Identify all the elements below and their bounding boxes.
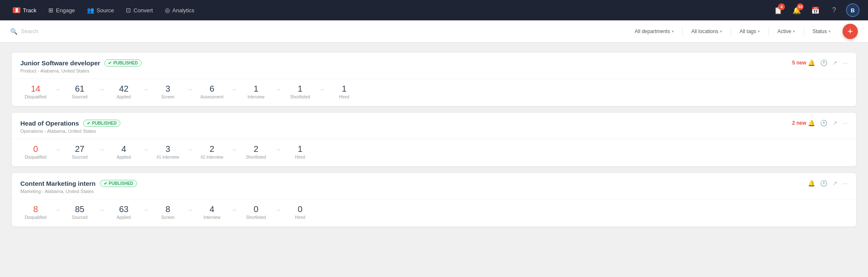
job-loc-2: Alabama, United States — [47, 129, 96, 134]
divider-1 — [682, 27, 683, 36]
search-wrap: 🔍 — [10, 28, 95, 35]
search-icon: 🔍 — [10, 28, 17, 35]
bell-icon-1: 🔔 — [808, 59, 815, 66]
stage-sourced-3[interactable]: 85Sourced — [63, 204, 97, 220]
chevron-down-icon4: ▾ — [793, 29, 795, 34]
stage-applied-2[interactable]: 4Applied — [107, 144, 141, 159]
stage-label-interview-3: Interview — [203, 215, 220, 220]
new-count-text-2: 2 new — [792, 120, 806, 126]
stage-screen-1[interactable]: 3Screen — [151, 84, 185, 99]
job-title-1[interactable]: Junior Software developer — [20, 59, 100, 67]
notifications-btn[interactable]: 🔔 33 — [790, 3, 804, 17]
arrow-icon: → — [275, 206, 281, 214]
chevron-down-icon5: ▾ — [829, 29, 831, 34]
arrow-icon: → — [186, 146, 193, 154]
calendar-btn[interactable]: 📋 4 — [771, 3, 785, 17]
published-label-2: PUBLISHED — [92, 121, 117, 126]
stage-num-disqualified-1: 14 — [31, 84, 40, 94]
more-icon-1[interactable]: ··· — [843, 59, 848, 66]
arrow-icon: → — [54, 146, 61, 154]
nav-track[interactable]: Track — [8, 5, 41, 16]
stage-label-hired-1: Hired — [339, 95, 349, 99]
share-icon-1[interactable]: ↗ — [832, 59, 837, 66]
arrow-icon: → — [98, 86, 105, 93]
arrow-icon: → — [231, 146, 237, 154]
stage-hired-3[interactable]: 0Hired — [283, 204, 317, 220]
divider-2 — [731, 27, 731, 36]
stage-disqualified-1[interactable]: 14Disqualified — [19, 84, 53, 99]
stage-label-screen-1: Screen — [161, 95, 175, 99]
history-icon-2[interactable]: 🕐 — [820, 120, 827, 126]
stage-num-applied-2: 4 — [121, 144, 126, 154]
stage-applied-3[interactable]: 63Applied — [107, 204, 141, 220]
nav-right: 📋 4 🔔 33 📅 ? B — [771, 3, 860, 17]
job-card-3: Content Marketing intern ✔ PUBLISHED Mar… — [12, 173, 856, 227]
stage-label-applied-2: Applied — [117, 155, 131, 159]
user-avatar[interactable]: B — [846, 3, 860, 17]
divider-4 — [804, 27, 804, 36]
stage-num-interview1-2: 3 — [165, 144, 170, 154]
stage-label-interview-1: Interview — [248, 95, 264, 99]
share-icon-2[interactable]: ↗ — [832, 120, 837, 126]
job-title-row-3: Content Marketing intern ✔ PUBLISHED — [20, 180, 137, 187]
filter-locations[interactable]: All locations ▾ — [688, 27, 726, 36]
nav-convert[interactable]: ⊡ Convert — [122, 4, 157, 16]
nav-source[interactable]: 👥 Source — [83, 4, 118, 16]
share-icon-3[interactable]: ↗ — [832, 180, 837, 187]
stage-screen-3[interactable]: 8Screen — [151, 204, 185, 220]
stage-interview2-2[interactable]: 2#2 interview — [195, 144, 229, 159]
stage-sourced-1[interactable]: 61Sourced — [63, 84, 97, 99]
filter-departments[interactable]: All departments ▾ — [632, 27, 677, 36]
history-icon-1[interactable]: 🕐 — [820, 59, 827, 66]
search-input[interactable] — [21, 28, 80, 34]
job-dept-2: Operations — [20, 129, 43, 134]
stage-shortlisted-3[interactable]: 0Shortlisted — [239, 204, 273, 220]
arrow-icon: → — [54, 206, 61, 214]
job-title-3[interactable]: Content Marketing intern — [20, 180, 96, 187]
job-title-2[interactable]: Head of Operations — [20, 120, 79, 127]
check-icon-2: ✔ — [87, 121, 90, 126]
job-actions-1: 5 new 🔔 🕐 ↗ ··· — [792, 59, 848, 66]
stage-assessment-1[interactable]: 6Assessment — [195, 84, 229, 99]
more-icon-3[interactable]: ··· — [843, 180, 848, 187]
stage-num-interview2-2: 2 — [209, 144, 214, 154]
stage-sourced-2[interactable]: 27Sourced — [63, 144, 97, 159]
nav-analytics-label: Analytics — [172, 7, 195, 14]
bell-icon-3[interactable]: 🔔 — [808, 180, 815, 187]
published-badge-2: ✔ PUBLISHED — [83, 120, 120, 127]
stage-label-interview2-2: #2 interview — [200, 155, 223, 159]
toolbar: 🔍 All departments ▾ All locations ▾ All … — [0, 20, 868, 42]
history-icon-3[interactable]: 🕐 — [820, 180, 827, 187]
nav-analytics[interactable]: ◎ Analytics — [161, 4, 199, 16]
stage-interview-1[interactable]: 1Interview — [239, 84, 273, 99]
stage-interview3-2[interactable]: 2Shortlisted — [239, 144, 273, 159]
nav-engage[interactable]: ⊞ Engage — [44, 4, 79, 16]
nav-source-label: Source — [97, 7, 114, 14]
stage-applied-1[interactable]: 42Applied — [107, 84, 141, 99]
stage-interview-3[interactable]: 4Interview — [195, 204, 229, 220]
job-dept-1: Product — [20, 68, 36, 73]
stage-label-applied-1: Applied — [117, 95, 131, 99]
stage-shortlisted-1[interactable]: 1Shortlisted — [283, 84, 317, 99]
stage-num-applied-3: 63 — [119, 204, 128, 214]
published-label-3: PUBLISHED — [109, 181, 134, 186]
stage-hired-1[interactable]: 1Hired — [327, 84, 361, 99]
filter-active[interactable]: Active ▾ — [774, 27, 798, 36]
job-card-2: Head of Operations ✔ PUBLISHED Operation… — [12, 113, 856, 166]
engage-icon: ⊞ — [48, 7, 53, 14]
stage-disqualified-3[interactable]: 8Disqualified — [19, 204, 53, 220]
calendar2-btn[interactable]: 📅 — [809, 3, 822, 17]
stage-interview1-2[interactable]: 3#1 interview — [151, 144, 185, 159]
stage-num-interview-3: 4 — [209, 204, 214, 214]
pipeline-1: 14Disqualified→61Sourced→42Applied→3Scre… — [12, 78, 856, 106]
arrow-icon: → — [186, 86, 193, 93]
stage-disqualified-2[interactable]: 0Disqualified — [19, 144, 53, 159]
stage-num-interview-1: 1 — [253, 84, 258, 94]
filter-status[interactable]: Status ▾ — [809, 27, 834, 36]
stage-hired-2[interactable]: 1Hired — [283, 144, 317, 159]
stage-num-sourced-3: 85 — [75, 204, 84, 214]
filter-tags[interactable]: All tags ▾ — [736, 27, 763, 36]
add-job-button[interactable]: + — [843, 24, 858, 39]
more-icon-2[interactable]: ··· — [843, 120, 848, 126]
help-btn[interactable]: ? — [827, 3, 841, 17]
